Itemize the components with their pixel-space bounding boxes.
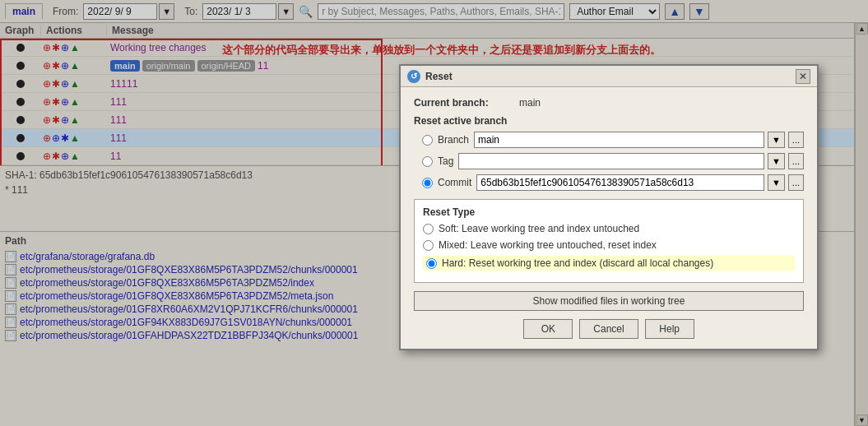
- reset-type-section: Reset Type Soft: Leave working tree and …: [414, 199, 804, 283]
- dialog-close-button[interactable]: ✕: [796, 69, 810, 84]
- help-button[interactable]: Help: [645, 319, 694, 339]
- dialog-title-text: Reset: [425, 71, 453, 82]
- cancel-button[interactable]: Cancel: [579, 319, 638, 339]
- ok-button[interactable]: OK: [523, 319, 573, 339]
- tag-combo: ▼ ...: [458, 153, 804, 169]
- reset-dialog: ↺ Reset ✕ Current branch: main Reset act…: [399, 64, 819, 350]
- hard-radio-row: Hard: Reset working tree and index (disc…: [423, 256, 795, 271]
- current-branch-value: main: [519, 97, 541, 109]
- branch-radio[interactable]: [422, 135, 433, 146]
- tag-radio[interactable]: [422, 156, 433, 167]
- dialog-titlebar: ↺ Reset ✕: [401, 66, 817, 87]
- dialog-body: Current branch: main Reset active branch…: [401, 87, 817, 349]
- show-modified-button[interactable]: Show modified files in working tree: [414, 291, 804, 311]
- tag-radio-row: Tag ▼ ...: [422, 153, 804, 169]
- commit-radio-label: Commit: [438, 177, 471, 188]
- mixed-radio-label: Mixed: Leave working tree untouched, res…: [439, 239, 657, 251]
- branch-browse-btn[interactable]: ...: [788, 132, 804, 148]
- commit-radio[interactable]: [422, 178, 433, 188]
- dialog-buttons: OK Cancel Help: [414, 319, 804, 339]
- hard-radio-label: Hard: Reset working tree and index (disc…: [442, 257, 713, 269]
- branch-input[interactable]: [474, 132, 764, 148]
- reset-type-title: Reset Type: [423, 206, 795, 218]
- current-branch-row: Current branch: main: [414, 97, 804, 109]
- tag-input[interactable]: [458, 153, 764, 169]
- hard-radio[interactable]: [426, 258, 437, 269]
- tag-radio-label: Tag: [438, 155, 453, 167]
- reset-active-branch-title: Reset active branch: [414, 115, 804, 127]
- tag-browse-btn[interactable]: ...: [788, 153, 804, 169]
- branch-radio-label: Branch: [438, 134, 469, 146]
- commit-input[interactable]: [476, 174, 764, 191]
- mixed-radio-row: Mixed: Leave working tree untouched, res…: [423, 239, 795, 251]
- reset-dialog-icon: ↺: [407, 70, 420, 83]
- soft-radio[interactable]: [423, 224, 434, 234]
- current-branch-label: Current branch:: [414, 97, 513, 109]
- reset-active-branch-section: Reset active branch Branch ▼ ... Tag ▼ .: [414, 115, 804, 191]
- commit-combo: ▼ ...: [476, 174, 804, 191]
- soft-radio-row: Soft: Leave working tree and index untou…: [423, 223, 795, 234]
- dialog-title-group: ↺ Reset: [407, 70, 453, 83]
- branch-combo: ▼ ...: [474, 132, 804, 148]
- commit-browse-btn[interactable]: ...: [788, 174, 804, 191]
- tag-dropdown-btn[interactable]: ▼: [768, 153, 785, 169]
- soft-radio-label: Soft: Leave working tree and index untou…: [439, 223, 639, 234]
- branch-dropdown-btn[interactable]: ▼: [768, 132, 785, 148]
- commit-dropdown-btn[interactable]: ▼: [768, 174, 785, 191]
- commit-radio-row: Commit ▼ ...: [422, 174, 804, 191]
- mixed-radio[interactable]: [423, 240, 434, 251]
- branch-radio-row: Branch ▼ ...: [422, 132, 804, 148]
